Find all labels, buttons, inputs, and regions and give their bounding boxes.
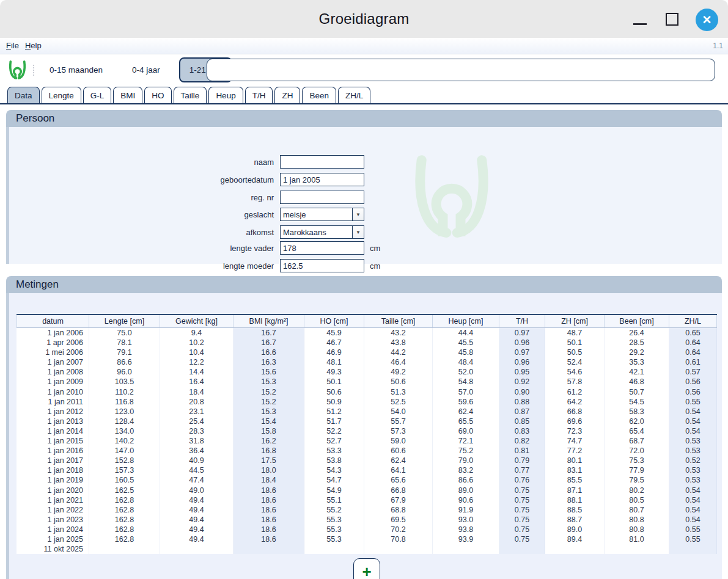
cell-value[interactable]: 0.54: [669, 515, 717, 525]
cell-value[interactable]: 0.82: [499, 436, 545, 446]
cell-value[interactable]: 52.0: [433, 367, 499, 377]
cell-value[interactable]: 46.8: [605, 377, 669, 387]
cell-value[interactable]: 49.3: [304, 367, 364, 377]
cell-value[interactable]: 62.4: [364, 456, 433, 465]
close-button[interactable]: ✕: [696, 9, 718, 31]
cell-value[interactable]: 50.1: [545, 338, 605, 348]
cell-value[interactable]: 50.5: [545, 348, 605, 357]
cell-value[interactable]: 0.88: [499, 397, 545, 407]
cell-value[interactable]: 0.53: [669, 436, 717, 446]
cell-value[interactable]: 0.81: [499, 446, 545, 456]
cell-datum[interactable]: 1 mei 2006: [17, 348, 89, 357]
cell-value[interactable]: 36.4: [160, 446, 233, 456]
cell-datum[interactable]: 1 jan 2009: [17, 377, 89, 387]
cell-value[interactable]: 67.9: [364, 495, 433, 505]
cell-value[interactable]: 162.8: [89, 495, 160, 505]
cell-value[interactable]: 50.7: [605, 387, 669, 397]
cell-value[interactable]: 15.3: [233, 377, 304, 387]
cell-value[interactable]: 65.6: [364, 475, 433, 485]
cell-value[interactable]: 0.92: [499, 377, 545, 387]
column-header-zh-l[interactable]: ZH/L: [669, 315, 717, 327]
cell-value[interactable]: 61.2: [545, 387, 605, 397]
cell-value[interactable]: 0.53: [669, 446, 717, 456]
cell-datum[interactable]: 1 jan 2006: [17, 328, 89, 338]
minimize-button[interactable]: [633, 23, 647, 25]
cell-value[interactable]: 88.7: [545, 515, 605, 525]
cell-value[interactable]: 157.3: [89, 465, 160, 475]
cell-value[interactable]: 45.8: [433, 348, 499, 357]
cell-value[interactable]: 0.83: [499, 426, 545, 436]
cell-value[interactable]: 29.2: [605, 348, 669, 357]
cell-value[interactable]: 12.2: [160, 357, 233, 367]
range-button-0-4-jaar[interactable]: 0-4 jaar: [122, 57, 171, 82]
cell-value[interactable]: 60.6: [364, 446, 433, 456]
cell-value[interactable]: 89.0: [433, 486, 499, 495]
cell-value[interactable]: 16.4: [160, 377, 233, 387]
cell-value[interactable]: 45.5: [433, 338, 499, 348]
cell-value[interactable]: 0.75: [499, 515, 545, 525]
cell-value[interactable]: 66.8: [364, 486, 433, 495]
cell-datum[interactable]: 1 jan 2020: [17, 486, 89, 495]
cell-value[interactable]: 128.4: [89, 417, 160, 426]
cell-value[interactable]: 16.6: [233, 348, 304, 357]
cell-value[interactable]: 28.3: [160, 426, 233, 436]
cell-value[interactable]: 103.5: [89, 377, 160, 387]
cell-value[interactable]: 69.5: [364, 515, 433, 525]
cell-datum[interactable]: 1 jan 2011: [17, 397, 89, 407]
cell-value[interactable]: 0.77: [499, 465, 545, 475]
cell-value[interactable]: 58.3: [605, 407, 669, 417]
cell-value[interactable]: 0.57: [669, 367, 717, 377]
cell-value[interactable]: [433, 544, 499, 554]
cell-datum[interactable]: 1 jan 2017: [17, 456, 89, 465]
cell-value[interactable]: 55.3: [304, 534, 364, 544]
cell-value[interactable]: 91.9: [433, 505, 499, 515]
cell-value[interactable]: 42.1: [605, 367, 669, 377]
cell-value[interactable]: [160, 544, 233, 554]
cell-value[interactable]: 16.2: [233, 436, 304, 446]
cell-value[interactable]: 64.2: [545, 397, 605, 407]
cell-value[interactable]: 0.54: [669, 417, 717, 426]
cell-value[interactable]: 52.2: [304, 426, 364, 436]
cell-value[interactable]: 162.8: [89, 515, 160, 525]
cell-value[interactable]: 0.90: [499, 387, 545, 397]
cell-value[interactable]: 52.5: [364, 397, 433, 407]
cell-value[interactable]: 10.2: [160, 338, 233, 348]
cell-value[interactable]: 55.7: [364, 417, 433, 426]
cell-value[interactable]: 55.3: [304, 525, 364, 534]
cell-value[interactable]: 48.7: [545, 328, 605, 338]
cell-value[interactable]: 44.2: [364, 348, 433, 357]
cell-value[interactable]: 15.3: [233, 407, 304, 417]
tab-zh-l[interactable]: ZH/L: [338, 87, 370, 103]
menu-item-file[interactable]: File: [6, 41, 19, 50]
cell-value[interactable]: 55.2: [304, 505, 364, 515]
cell-value[interactable]: 44.5: [160, 465, 233, 475]
column-header-heup-cm[interactable]: Heup [cm]: [433, 315, 499, 327]
cell-value[interactable]: 134.0: [89, 426, 160, 436]
cell-value[interactable]: 70.2: [364, 525, 433, 534]
cell-datum[interactable]: 1 apr 2006: [17, 338, 89, 348]
cell-value[interactable]: 68.8: [364, 505, 433, 515]
cell-value[interactable]: 40.9: [160, 456, 233, 465]
cell-value[interactable]: 78.1: [89, 338, 160, 348]
cell-value[interactable]: 51.3: [364, 387, 433, 397]
cell-value[interactable]: 77.9: [605, 465, 669, 475]
cell-value[interactable]: 18.4: [160, 387, 233, 397]
column-header-datum[interactable]: datum: [17, 315, 89, 327]
cell-value[interactable]: 152.8: [89, 456, 160, 465]
cell-value[interactable]: 85.5: [545, 475, 605, 485]
cell-value[interactable]: 75.2: [433, 446, 499, 456]
cell-value[interactable]: 43.8: [364, 338, 433, 348]
cell-value[interactable]: 0.75: [499, 486, 545, 495]
column-header-taille-cm[interactable]: Taille [cm]: [364, 315, 433, 327]
cell-value[interactable]: 66.8: [545, 407, 605, 417]
cell-value[interactable]: 51.2: [304, 407, 364, 417]
cell-value[interactable]: 10.4: [160, 348, 233, 357]
cell-value[interactable]: 57.3: [364, 426, 433, 436]
cell-value[interactable]: 93.0: [433, 515, 499, 525]
cell-value[interactable]: 162.8: [89, 525, 160, 534]
cell-value[interactable]: 0.64: [669, 348, 717, 357]
cell-value[interactable]: 20.8: [160, 397, 233, 407]
cell-value[interactable]: 65.5: [433, 417, 499, 426]
cell-value[interactable]: 16.7: [233, 328, 304, 338]
cell-datum[interactable]: 1 jan 2014: [17, 426, 89, 436]
